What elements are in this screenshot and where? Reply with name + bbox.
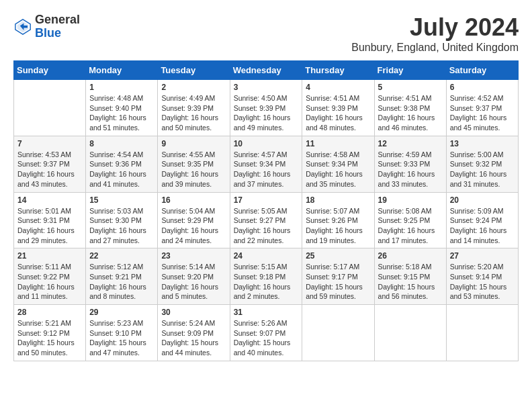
cell-text: Daylight: 16 hours <box>306 226 370 236</box>
calendar-cell: 29Sunrise: 5:23 AMSunset: 9:10 PMDayligh… <box>86 305 158 361</box>
calendar-cell: 15Sunrise: 5:03 AMSunset: 9:30 PMDayligh… <box>86 192 158 248</box>
calendar-cell: 6Sunrise: 4:52 AMSunset: 9:37 PMDaylight… <box>446 80 518 136</box>
cell-text: Sunrise: 4:53 AM <box>17 150 82 160</box>
cell-text: and 50 minutes. <box>161 123 226 133</box>
cell-text: Sunset: 9:34 PM <box>234 159 299 169</box>
day-number: 27 <box>450 251 515 261</box>
calendar-cell: 22Sunrise: 5:12 AMSunset: 9:21 PMDayligh… <box>86 248 158 305</box>
cell-text: and 50 minutes. <box>17 348 82 358</box>
cell-text: Daylight: 15 hours <box>89 338 154 348</box>
day-number: 8 <box>89 139 154 148</box>
cell-text: Sunset: 9:22 PM <box>17 272 82 282</box>
day-number: 12 <box>378 139 443 148</box>
cell-text: and 17 minutes. <box>378 236 443 246</box>
calendar-cell: 20Sunrise: 5:09 AMSunset: 9:24 PMDayligh… <box>446 192 518 248</box>
cell-text: Sunset: 9:27 PM <box>234 216 299 226</box>
cell-text: Daylight: 16 hours <box>17 169 82 179</box>
cell-text: Sunrise: 4:52 AM <box>450 93 515 103</box>
cell-text: Daylight: 16 hours <box>89 113 154 123</box>
cell-text: Daylight: 16 hours <box>161 113 226 123</box>
cell-text: and 24 minutes. <box>161 236 226 246</box>
cell-text: and 47 minutes. <box>89 348 154 358</box>
cell-text: Sunset: 9:31 PM <box>17 216 82 226</box>
cell-text: Sunrise: 4:59 AM <box>378 150 443 160</box>
cell-text: Sunrise: 4:55 AM <box>161 150 226 160</box>
day-number: 4 <box>306 83 370 92</box>
cell-text: Sunset: 9:21 PM <box>89 272 154 282</box>
day-number: 3 <box>234 83 299 92</box>
cell-text: Sunrise: 5:01 AM <box>17 206 82 216</box>
cell-text: Daylight: 15 hours <box>378 282 443 292</box>
cell-text: Sunset: 9:15 PM <box>378 272 443 282</box>
cell-text: Sunset: 9:30 PM <box>89 216 154 226</box>
cell-text: Daylight: 16 hours <box>89 169 154 179</box>
day-number: 21 <box>17 251 82 261</box>
day-number: 18 <box>306 195 370 205</box>
day-number: 11 <box>306 139 370 148</box>
calendar-cell: 5Sunrise: 4:51 AMSunset: 9:38 PMDaylight… <box>374 80 446 136</box>
weekday-header-thursday: Thursday <box>302 61 374 80</box>
day-number: 6 <box>450 83 515 92</box>
calendar-cell: 19Sunrise: 5:08 AMSunset: 9:25 PMDayligh… <box>374 192 446 248</box>
cell-text: and 19 minutes. <box>306 236 370 246</box>
day-number: 7 <box>17 139 82 148</box>
cell-text: and 41 minutes. <box>89 179 154 189</box>
cell-text: Daylight: 16 hours <box>378 226 443 236</box>
cell-text: Sunset: 9:09 PM <box>161 328 226 338</box>
logo: General Blue <box>13 13 80 40</box>
weekday-header-tuesday: Tuesday <box>158 61 230 80</box>
cell-text: Sunrise: 4:58 AM <box>306 150 370 160</box>
cell-text: Daylight: 15 hours <box>161 338 226 348</box>
calendar-cell: 26Sunrise: 5:18 AMSunset: 9:15 PMDayligh… <box>374 248 446 305</box>
calendar-cell <box>14 80 86 136</box>
cell-text: and 51 minutes. <box>89 123 154 133</box>
calendar-cell: 24Sunrise: 5:15 AMSunset: 9:18 PMDayligh… <box>230 248 302 305</box>
calendar-cell: 17Sunrise: 5:05 AMSunset: 9:27 PMDayligh… <box>230 192 302 248</box>
day-number: 19 <box>378 195 443 205</box>
cell-text: Sunset: 9:37 PM <box>17 159 82 169</box>
cell-text: and 44 minutes. <box>161 348 226 358</box>
day-number: 24 <box>234 251 299 261</box>
cell-text: Sunrise: 5:00 AM <box>450 150 515 160</box>
cell-text: Sunrise: 4:54 AM <box>89 150 154 160</box>
logo-text: General Blue <box>35 13 80 40</box>
calendar-cell: 3Sunrise: 4:50 AMSunset: 9:39 PMDaylight… <box>230 80 302 136</box>
cell-text: Daylight: 15 hours <box>17 338 82 348</box>
day-number: 29 <box>89 308 154 317</box>
title-area: July 2024 Bunbury, England, United Kingd… <box>351 13 519 54</box>
calendar-header: SundayMondayTuesdayWednesdayThursdayFrid… <box>14 61 519 80</box>
cell-text: Sunrise: 5:21 AM <box>17 318 82 328</box>
day-number: 17 <box>234 195 299 205</box>
cell-text: Sunrise: 5:24 AM <box>161 318 226 328</box>
day-number: 26 <box>378 251 443 261</box>
cell-text: Sunrise: 5:12 AM <box>89 262 154 272</box>
location-title: Bunbury, England, United Kingdom <box>351 42 519 54</box>
cell-text: Daylight: 16 hours <box>17 282 82 292</box>
cell-text: Daylight: 16 hours <box>450 226 515 236</box>
cell-text: Sunset: 9:39 PM <box>161 103 226 113</box>
day-number: 28 <box>17 308 82 317</box>
cell-text: Daylight: 16 hours <box>450 113 515 123</box>
cell-text: Daylight: 15 hours <box>234 338 299 348</box>
cell-text: Sunrise: 5:18 AM <box>378 262 443 272</box>
cell-text: Daylight: 15 hours <box>306 282 370 292</box>
cell-text: and 56 minutes. <box>378 291 443 302</box>
cell-text: Daylight: 16 hours <box>17 226 82 236</box>
cell-text: Daylight: 16 hours <box>234 226 299 236</box>
calendar-cell: 27Sunrise: 5:20 AMSunset: 9:14 PMDayligh… <box>446 248 518 305</box>
cell-text: Daylight: 16 hours <box>161 226 226 236</box>
weekday-header-saturday: Saturday <box>446 61 518 80</box>
logo-blue-text: Blue <box>35 27 80 40</box>
day-number: 16 <box>161 195 226 205</box>
cell-text: Sunrise: 4:51 AM <box>306 93 370 103</box>
cell-text: Sunrise: 4:48 AM <box>89 93 154 103</box>
cell-text: and 2 minutes. <box>234 291 299 302</box>
cell-text: Sunset: 9:10 PM <box>89 328 154 338</box>
calendar-body: 1Sunrise: 4:48 AMSunset: 9:40 PMDaylight… <box>14 80 519 361</box>
cell-text: Daylight: 16 hours <box>306 113 370 123</box>
cell-text: Sunrise: 4:50 AM <box>234 93 299 103</box>
logo-icon <box>13 17 32 36</box>
calendar-cell <box>374 305 446 361</box>
weekday-header-monday: Monday <box>86 61 158 80</box>
cell-text: Sunrise: 5:03 AM <box>89 206 154 216</box>
